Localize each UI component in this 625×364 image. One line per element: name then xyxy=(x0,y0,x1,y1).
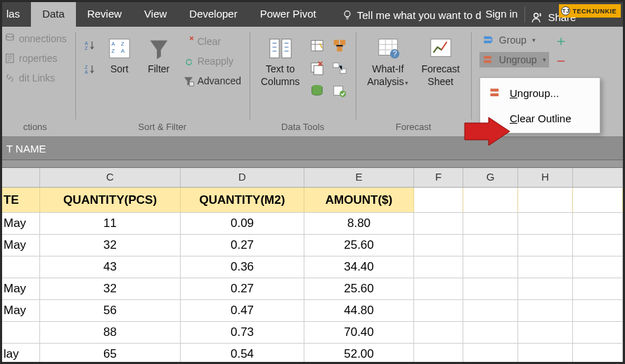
cell-blank[interactable] xyxy=(573,344,623,364)
cell-qty-m2[interactable]: 0.27 xyxy=(181,235,304,256)
consolidate-icon[interactable] xyxy=(332,38,347,53)
cell-date[interactable] xyxy=(2,256,40,278)
cell-blank[interactable] xyxy=(414,188,463,213)
cell-blank[interactable] xyxy=(463,344,518,364)
cell-amount[interactable]: 8.80 xyxy=(304,213,414,235)
sign-in-button[interactable]: Sign in xyxy=(482,2,525,27)
cell-blank[interactable] xyxy=(463,322,518,344)
cell-qty-pcs[interactable]: 32 xyxy=(40,235,181,256)
tab-developer[interactable]: Developer xyxy=(178,2,248,27)
show-detail-icon[interactable] xyxy=(555,35,567,48)
cell-date[interactable]: May xyxy=(2,213,40,235)
ungroup-rows-button[interactable]: Ungroup ▾ xyxy=(479,52,549,67)
tab-data[interactable]: Data xyxy=(31,2,76,27)
cell-blank[interactable] xyxy=(518,213,573,235)
cell-blank[interactable] xyxy=(463,278,518,300)
cell-date[interactable]: May xyxy=(2,300,40,322)
cell-amount[interactable]: 25.60 xyxy=(304,235,414,256)
sort-asc-icon[interactable]: AZ xyxy=(84,39,96,52)
col-header-c[interactable]: C xyxy=(40,168,181,187)
text-to-columns-button[interactable]: Text to Columns xyxy=(258,35,302,87)
cell-qty-pcs[interactable]: 88 xyxy=(40,322,181,344)
cell-blank[interactable] xyxy=(518,235,573,256)
group-rows-button[interactable]: Group ▾ xyxy=(479,32,549,48)
col-header-d[interactable]: D xyxy=(181,168,304,187)
hide-detail-icon[interactable] xyxy=(555,55,567,67)
cell-amount[interactable]: 25.60 xyxy=(304,278,414,300)
tab-view[interactable]: View xyxy=(133,2,178,27)
cell-date[interactable]: lay xyxy=(2,344,40,364)
flash-fill-icon[interactable] xyxy=(309,38,325,53)
cell-blank[interactable] xyxy=(414,300,463,322)
cell-blank[interactable] xyxy=(414,278,463,300)
spreadsheet-grid[interactable]: TE QUANTITY(PCS) QUANTITY(M2) AMOUNT($) … xyxy=(2,188,623,364)
cell-qty-pcs[interactable]: 11 xyxy=(40,213,181,235)
tab-formulas[interactable]: las xyxy=(2,2,31,27)
cell-blank[interactable] xyxy=(463,213,518,235)
cell-date[interactable]: May xyxy=(2,278,40,300)
cell-qty-m2[interactable]: 0.27 xyxy=(181,278,304,300)
cell-blank[interactable] xyxy=(518,278,573,300)
header-amount[interactable]: AMOUNT($) xyxy=(304,188,414,213)
cell-amount[interactable]: 70.40 xyxy=(304,322,414,344)
relationships-icon[interactable] xyxy=(332,60,347,76)
header-qty-pcs[interactable]: QUANTITY(PCS) xyxy=(40,188,181,213)
cell-blank[interactable] xyxy=(463,256,518,278)
tab-power-pivot[interactable]: Power Pivot xyxy=(249,2,328,27)
edit-links-button[interactable]: dit Links xyxy=(4,72,67,84)
sort-desc-icon[interactable]: ZA xyxy=(84,63,96,76)
cell-blank[interactable] xyxy=(518,300,573,322)
cell-blank[interactable] xyxy=(518,344,573,364)
cell-blank[interactable] xyxy=(518,188,573,213)
col-header-h[interactable]: H xyxy=(518,168,573,187)
advanced-filter-button[interactable]: Advanced xyxy=(182,74,241,87)
tab-review[interactable]: Review xyxy=(76,2,133,27)
cell-blank[interactable] xyxy=(518,256,573,278)
cell-blank[interactable] xyxy=(573,322,623,344)
sort-button[interactable]: AZZA Sort xyxy=(103,35,136,74)
cell-blank[interactable] xyxy=(463,300,518,322)
cell-date[interactable] xyxy=(2,322,40,344)
cell-blank[interactable] xyxy=(573,256,623,278)
col-header-partial[interactable] xyxy=(2,168,40,187)
cell-qty-m2[interactable]: 0.73 xyxy=(181,322,304,344)
cell-qty-pcs[interactable]: 43 xyxy=(40,256,181,278)
cell-blank[interactable] xyxy=(414,235,463,256)
col-header-rest[interactable] xyxy=(573,168,623,187)
cell-qty-pcs[interactable]: 56 xyxy=(40,300,181,322)
cell-blank[interactable] xyxy=(414,256,463,278)
cell-blank[interactable] xyxy=(518,322,573,344)
remove-duplicates-icon[interactable] xyxy=(309,60,325,76)
name-box-area[interactable]: T NAME xyxy=(2,137,623,160)
cell-amount[interactable]: 44.80 xyxy=(304,300,414,322)
cell-blank[interactable] xyxy=(414,322,463,344)
data-model-icon[interactable] xyxy=(309,83,325,98)
properties-button[interactable]: roperties xyxy=(4,52,67,65)
col-header-f[interactable]: F xyxy=(414,168,463,187)
menu-ungroup[interactable]: Ungroup... xyxy=(482,80,598,105)
connections-button[interactable]: onnections xyxy=(4,32,67,45)
filter-button[interactable]: Filter xyxy=(143,35,175,74)
cell-date[interactable]: May xyxy=(2,235,40,256)
cell-blank[interactable] xyxy=(414,213,463,235)
cell-qty-m2[interactable]: 0.54 xyxy=(181,344,304,364)
cell-blank[interactable] xyxy=(573,188,623,213)
col-header-e[interactable]: E xyxy=(304,168,414,187)
header-date[interactable]: TE xyxy=(2,188,40,213)
header-qty-m2[interactable]: QUANTITY(M2) xyxy=(181,188,304,213)
cell-qty-pcs[interactable]: 65 xyxy=(40,344,181,364)
forecast-sheet-button[interactable]: Forecast Sheet xyxy=(418,35,462,87)
col-header-g[interactable]: G xyxy=(463,168,518,187)
cell-amount[interactable]: 34.40 xyxy=(304,256,414,278)
data-validation-icon[interactable] xyxy=(332,83,347,98)
reapply-button[interactable]: Reapply xyxy=(182,55,241,67)
cell-qty-m2[interactable]: 0.36 xyxy=(181,256,304,278)
cell-blank[interactable] xyxy=(463,235,518,256)
cell-blank[interactable] xyxy=(573,278,623,300)
cell-blank[interactable] xyxy=(573,235,623,256)
clear-filter-button[interactable]: Clear xyxy=(182,35,241,48)
cell-qty-m2[interactable]: 0.47 xyxy=(181,300,304,322)
cell-blank[interactable] xyxy=(463,188,518,213)
what-if-analysis-button[interactable]: ? What-If Analysis▾ xyxy=(364,35,411,87)
cell-blank[interactable] xyxy=(573,213,623,235)
